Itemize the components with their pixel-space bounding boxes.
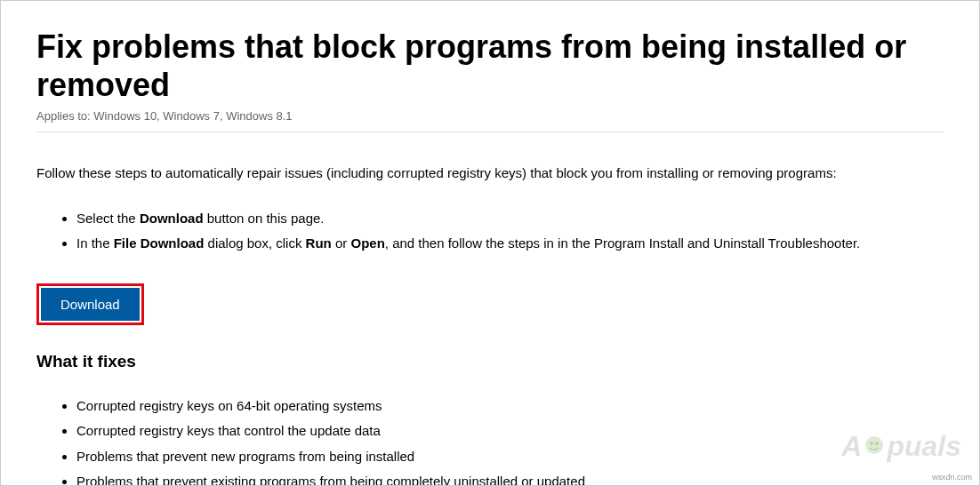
page-title: Fix problems that block programs from be… — [36, 28, 944, 104]
list-item: Problems that prevent existing programs … — [76, 469, 944, 486]
list-item: Corrupted registry keys that control the… — [76, 418, 944, 444]
step-item: In the File Download dialog box, click R… — [76, 231, 944, 257]
download-highlight-box: Download — [36, 283, 144, 325]
list-item: Problems that prevent new programs from … — [76, 444, 944, 470]
list-item: Corrupted registry keys on 64-bit operat… — [76, 394, 944, 419]
header-divider — [36, 131, 944, 132]
applies-to-text: Applies to: Windows 10, Windows 7, Windo… — [36, 109, 944, 123]
step-text: dialog box, click — [204, 235, 305, 251]
download-button[interactable]: Download — [41, 288, 140, 321]
step-text: , and then follow the steps in in the Pr… — [385, 235, 860, 251]
step-bold: Download — [140, 211, 204, 226]
step-item: Select the Download button on this page. — [76, 206, 944, 232]
step-text: Select the — [76, 211, 140, 226]
steps-list: Select the Download button on this page.… — [76, 206, 944, 257]
step-text: button on this page. — [204, 211, 325, 226]
intro-paragraph: Follow these steps to automatically repa… — [36, 163, 944, 184]
step-bold: Open — [350, 235, 384, 251]
step-bold: File Download — [114, 235, 205, 251]
step-text: or — [332, 235, 351, 251]
what-it-fixes-heading: What it fixes — [36, 352, 944, 371]
fixes-list: Corrupted registry keys on 64-bit operat… — [76, 394, 944, 486]
step-bold: Run — [306, 235, 332, 251]
step-text: In the — [76, 235, 114, 251]
